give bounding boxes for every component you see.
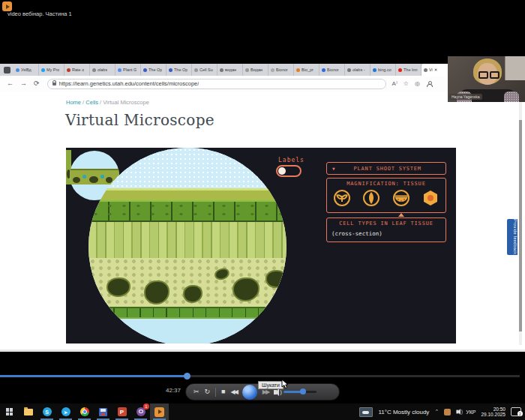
scrollbar-thumb[interactable] xyxy=(519,120,522,332)
forward-icon[interactable]: ▶▶ xyxy=(262,389,268,395)
tab[interactable]: The Op xyxy=(166,64,192,76)
viber-icon[interactable]: 1 xyxy=(131,404,150,420)
back-icon[interactable]: ← xyxy=(7,80,14,87)
tab[interactable]: bing.co xyxy=(370,64,396,76)
labels-toggle[interactable] xyxy=(276,165,302,177)
magnification-organ-icon[interactable] xyxy=(362,188,381,208)
magnification-tissue-icon[interactable] xyxy=(392,188,411,208)
site-icon xyxy=(143,68,147,72)
google-icon xyxy=(16,68,20,72)
action-center-icon[interactable]: 2 xyxy=(511,407,521,416)
dropdown-arrow-icon: ▼ xyxy=(332,166,335,171)
upper-epidermis-layer xyxy=(88,200,286,222)
favorites-star-icon[interactable]: ☆ xyxy=(404,81,409,87)
language-indicator[interactable]: УКР xyxy=(466,410,476,415)
selected-magnification-marker xyxy=(398,213,404,217)
refresh-icon[interactable]: ⟳ xyxy=(34,80,40,87)
elapsed-time: 42:37 xyxy=(166,387,181,394)
browser-window-edge xyxy=(0,350,525,352)
tab[interactable]: видан xyxy=(218,64,243,76)
padlock-icon xyxy=(52,82,56,86)
bing-icon xyxy=(373,68,376,72)
magnification-cell-icon[interactable] xyxy=(421,188,440,208)
labels-label: Labels xyxy=(278,157,304,164)
tab[interactable]: Plant G xyxy=(116,64,141,76)
site-icon xyxy=(92,68,96,72)
taskbar: S ➤ P 1 11°C Mostly cloudy ⌃ УКР 20:50 2… xyxy=(0,404,525,420)
collections-icon[interactable]: ◎ xyxy=(415,81,420,87)
seek-play-button[interactable] xyxy=(242,385,257,400)
breadcrumb-home[interactable]: Home xyxy=(66,99,81,106)
profile-icon[interactable] xyxy=(426,81,432,87)
system-selector[interactable]: ▼ PLANT SHOOT SYSTEM xyxy=(326,162,446,175)
tab[interactable]: The Op xyxy=(141,64,166,76)
seek-handle[interactable] xyxy=(184,373,190,380)
cuticle-layer xyxy=(88,188,286,201)
tray-chevron-icon[interactable]: ⌃ xyxy=(434,409,439,415)
site-icon xyxy=(194,68,198,72)
stop-icon[interactable]: ■ xyxy=(221,388,225,395)
site-icon xyxy=(245,68,249,72)
breadcrumb: Home / Cells / Virtual Microscope xyxy=(66,99,149,106)
tab[interactable]: Rate o xyxy=(64,64,90,76)
youtube-icon xyxy=(398,68,402,72)
floppy-app-icon[interactable] xyxy=(94,404,112,420)
loop-icon[interactable]: ↻ xyxy=(205,388,211,395)
site-icon xyxy=(271,68,274,72)
forward-icon[interactable]: → xyxy=(20,80,27,87)
file-explorer-icon[interactable] xyxy=(19,404,38,420)
tab[interactable]: Bio_pr xyxy=(294,64,320,76)
tab[interactable]: Cell Su xyxy=(192,64,218,76)
powerpoint-icon[interactable]: P xyxy=(112,404,131,420)
tab-search-icon[interactable] xyxy=(4,67,10,74)
tab[interactable]: olabs xyxy=(90,64,116,76)
volume-icon[interactable] xyxy=(274,390,277,394)
breadcrumb-current: Virtual Microscope xyxy=(103,99,149,106)
tray-app-icon[interactable] xyxy=(444,409,451,416)
mouse-cursor xyxy=(281,379,289,392)
tab-list: УкіВдMy ProRate oolabsPlant GThe OpThe O… xyxy=(14,64,422,76)
tab[interactable]: Біолог xyxy=(268,64,294,76)
skype-icon[interactable]: S xyxy=(38,404,56,420)
tab-close-icon[interactable]: ✕ xyxy=(434,68,438,72)
telegram-icon[interactable]: ➤ xyxy=(56,404,75,420)
presenter-glasses xyxy=(478,71,500,79)
volume-handle[interactable] xyxy=(300,388,306,394)
cell-types-panel[interactable]: CELL TYPES IN LEAF TISSUE (cross-section… xyxy=(326,218,446,242)
lower-epidermis-layer xyxy=(88,307,286,319)
whiteboard xyxy=(505,56,525,80)
rewind-icon[interactable]: ◀◀ xyxy=(231,389,237,395)
clock[interactable]: 20:50 29.10.2025 xyxy=(481,406,506,418)
tray-volume-icon[interactable] xyxy=(457,410,459,414)
search-icon xyxy=(220,68,224,72)
magnification-organism-icon[interactable] xyxy=(332,188,352,208)
tab-active[interactable]: Vi ✕ xyxy=(422,64,450,76)
presenter-name: Hayna Yagenska xyxy=(449,94,482,100)
tab[interactable]: My Pro xyxy=(39,64,64,76)
leaf-air-layer-bottom xyxy=(88,319,286,344)
tab[interactable]: УкіВд xyxy=(14,64,39,76)
url-field[interactable]: https://learn.genetics.utah.edu/content/… xyxy=(47,79,386,89)
seek-bar[interactable] xyxy=(0,375,520,377)
weather-icon[interactable] xyxy=(359,407,373,417)
chrome-icon[interactable] xyxy=(75,404,94,420)
site-icon xyxy=(67,68,70,72)
weather-text[interactable]: 11°C Mostly cloudy xyxy=(378,409,429,416)
breadcrumb-cells[interactable]: Cells xyxy=(86,99,98,106)
start-button[interactable] xyxy=(0,404,19,420)
tab[interactable]: Видан xyxy=(243,64,268,76)
read-aloud-icon[interactable]: A⁾ xyxy=(392,81,398,87)
page-content: Home / Cells / Virtual Microscope Virtua… xyxy=(0,92,525,345)
globe-icon xyxy=(118,68,122,72)
browser-frame: УкіВдMy ProRate oolabsPlant GThe OpThe O… xyxy=(0,64,525,350)
microscope-viewport[interactable] xyxy=(88,148,286,344)
screen: video вебінар. Частина 1 УкіВдMy ProRate… xyxy=(0,0,525,420)
media-player-taskbar-icon[interactable] xyxy=(150,404,169,420)
clip-scissors-icon[interactable]: ✂ xyxy=(194,388,200,395)
tab[interactable]: Біолог xyxy=(320,64,345,76)
provide-feedback-button[interactable]: Provide feedback xyxy=(507,219,518,255)
book-icon xyxy=(322,68,326,72)
cross-section-label: (cross-section) xyxy=(332,230,446,237)
tab[interactable]: olabs - xyxy=(345,64,370,76)
tab[interactable]: The Inn xyxy=(396,64,422,76)
